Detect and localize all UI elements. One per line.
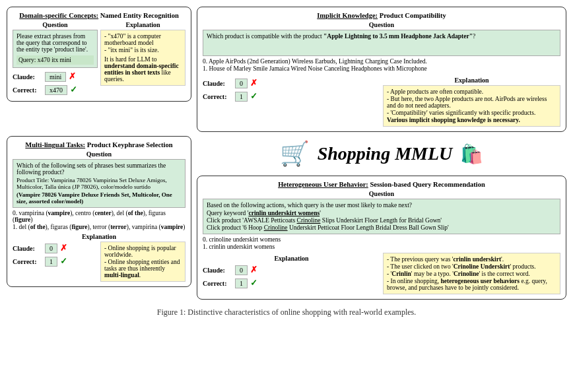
tr-exp-1: - But here, the two Apple products are n…: [387, 96, 556, 109]
br-action-0: Query keyword 'crinlin underskirt womens…: [207, 210, 556, 216]
tr-explanation-section: Explanation - Apple products are often c…: [383, 75, 560, 127]
br-exp-label: Explanation: [203, 255, 380, 262]
bl-product-bold: (Vampire 78026 Vampire Deluxe Friends Se…: [17, 191, 182, 205]
br-claude-label: Claude:: [203, 267, 232, 274]
explanation-section: Explanation - "x470" is a computer mothe…: [100, 21, 185, 96]
top-right-title: Implicit Knowledge: Product Compatibilit…: [203, 12, 560, 19]
claude-row: Claude: mini ✗: [13, 70, 98, 83]
br-exp-section: - The previous query was 'crinlin unders…: [383, 253, 560, 294]
bl-claude-label: Claude:: [13, 245, 42, 252]
bl-exp-label: Explanation: [13, 233, 185, 240]
br-exp-box: - The previous query was 'crinlin unders…: [383, 253, 560, 294]
tr-correct-value: 1: [235, 92, 248, 102]
bl-exp-0: - Online shopping is popular worldwide.: [104, 245, 182, 258]
middle-section: 🛒 Shopping MMLU 🛍️: [197, 136, 566, 172]
main-container: Domain-specific Concepts: Named Entity R…: [7, 7, 566, 317]
bottom-left-card: Multi-lingual Tasks: Product Keyphrase S…: [7, 136, 191, 287]
br-two-col: Explanation Claude: 0 ✗ Correct: 1 ✓: [203, 253, 560, 294]
bl-topic: Product Keyphrase Selection: [87, 141, 173, 148]
top-left-card: Domain-specific Concepts: Named Entity R…: [7, 7, 191, 102]
br-correct-label: Correct:: [203, 280, 232, 287]
br-exp-2: - 'Crinlin' may be a typo. 'Crinoline' i…: [387, 271, 556, 277]
br-claude-value: 0: [235, 265, 248, 275]
explanation-label: Explanation: [100, 21, 185, 28]
bl-product-title: Product Title: Vampirina 78026 Vampirina…: [17, 177, 182, 190]
bl-question-box: Which of the following sets of phrases b…: [13, 159, 185, 208]
br-options: 0. crinoline underskirt womens 1. crinli…: [203, 236, 560, 250]
bl-options: 0. vampirina (vampire), centro (center),…: [13, 210, 185, 230]
bl-option-0: 0. vampirina (vampire), centro (center),…: [13, 210, 185, 223]
question-text: Please extract phrases from the query th…: [17, 33, 94, 53]
br-topic: Session-based Query Recommendation: [370, 181, 485, 188]
result-rows-left: Claude: mini ✗ Correct: x470 ✓: [13, 70, 98, 96]
bl-exp-box: - Online shopping is popular worldwide. …: [100, 242, 185, 282]
explanation-box: - "x470" is a computer motherboard model…: [100, 30, 185, 86]
tr-claude-value: 0: [235, 79, 248, 88]
tr-question-box: Which product is compatible with the pro…: [203, 30, 560, 56]
tr-question-label: Question: [203, 21, 560, 28]
exp-line-hard: It is hard for LLM to understand domain-…: [104, 56, 182, 82]
bl-exp-section: - Online shopping is popular worldwide. …: [100, 242, 185, 282]
bottom-right-card: Heterogeneous User Behavior: Session-bas…: [197, 176, 566, 300]
bl-category: Multi-lingual Tasks:: [25, 141, 85, 148]
claude-value: mini: [45, 72, 66, 82]
bl-correct-value: 1: [45, 257, 57, 267]
tr-exp-0: - Apple products are often compatible.: [387, 88, 556, 95]
tr-exp-label: Explanation: [383, 77, 560, 84]
bl-claude-row: Claude: 0 ✗: [13, 242, 98, 255]
tr-option-0: 0. Apple AirPods (2nd Generation) Wirele…: [203, 58, 560, 65]
tr-claude-row: Claude: 0 ✗: [203, 77, 380, 90]
br-action-1: Click product 'AWSALE Petticoats Crinoli…: [207, 217, 556, 224]
correct-label: Correct:: [13, 86, 42, 94]
bl-result-section: Claude: 0 ✗ Correct: 1 ✓: [13, 242, 98, 282]
br-wrong-icon: ✗: [250, 265, 257, 275]
correct-row: Correct: x470 ✓: [13, 83, 98, 96]
tr-check-icon: ✓: [250, 91, 257, 102]
br-option-0: 0. crinoline underskirt womens: [203, 236, 560, 243]
bl-correct-row: Correct: 1 ✓: [13, 255, 98, 268]
question-label: Question: [13, 21, 98, 28]
top-row: Domain-specific Concepts: Named Entity R…: [7, 7, 566, 132]
br-result-section: Explanation Claude: 0 ✗ Correct: 1 ✓: [203, 253, 380, 294]
claude-label: Claude:: [13, 73, 42, 81]
top-left-two-col: Question Please extract phrases from the…: [13, 21, 185, 96]
tr-two-col: Claude: 0 ✗ Correct: 1 ✓ Explanation: [203, 75, 560, 127]
br-action-2: Click product '6 Hoop Crinoline Underski…: [207, 224, 556, 231]
tr-wrong-icon: ✗: [250, 78, 257, 88]
tr-result-rows: Claude: 0 ✗ Correct: 1 ✓: [203, 77, 380, 103]
bl-option-1: 1. del (of the), figuras (figure), terro…: [13, 224, 185, 230]
tr-option-1: 1. House of Marley Smile Jamaica Wired N…: [203, 65, 560, 72]
bags-icon: 🛍️: [460, 143, 483, 165]
br-exp-0: - The previous query was 'crinlin unders…: [387, 256, 556, 263]
top-right-topic: Product Compatibility: [380, 12, 446, 19]
bl-wrong-icon: ✗: [60, 243, 67, 253]
br-question-box: Based on the following actions, which qu…: [203, 199, 560, 234]
bl-check-icon: ✓: [60, 256, 67, 267]
tr-exp-box: - Apple products are often compatible. -…: [383, 85, 560, 127]
query-text: Query: x470 itx mini: [17, 55, 94, 65]
tr-result-section: Claude: 0 ✗ Correct: 1 ✓: [203, 75, 380, 127]
tr-claude-label: Claude:: [203, 80, 232, 87]
bl-title: Multi-lingual Tasks: Product Keyphrase S…: [13, 141, 185, 148]
tr-exp-3: Various implicit shopping knowledge is n…: [387, 117, 556, 123]
tr-exp-2: - 'Compatibility' varies significantly w…: [387, 110, 556, 116]
br-category: Heterogeneous User Behavior:: [278, 181, 368, 188]
br-question-label: Question: [203, 190, 560, 197]
correct-value: x470: [45, 85, 67, 95]
bl-claude-value: 0: [45, 244, 57, 253]
bl-correct-label: Correct:: [13, 258, 42, 265]
figure-caption: Figure 1: Distinctive characteristics of…: [7, 308, 566, 317]
tr-question-text: Which product is compatible with the pro…: [207, 33, 556, 40]
top-right-card: Implicit Knowledge: Product Compatibilit…: [197, 7, 566, 132]
br-correct-row: Correct: 1 ✓: [203, 277, 380, 290]
bl-question-label: Question: [13, 150, 185, 158]
top-right-category: Implicit Knowledge:: [317, 12, 378, 19]
br-exp-3: - In online shopping, heterogeneous user…: [387, 278, 556, 291]
bl-exp-1: - Online shopping entities and tasks are…: [104, 259, 182, 278]
top-left-category: Domain-specific Concepts:: [19, 12, 98, 19]
br-question-text: Based on the following actions, which qu…: [207, 202, 556, 209]
wrong-icon: ✗: [69, 71, 76, 82]
top-left-topic: Named Entity Recognition: [100, 12, 179, 19]
tr-options: 0. Apple AirPods (2nd Generation) Wirele…: [203, 58, 560, 72]
question-section: Question Please extract phrases from the…: [13, 21, 98, 96]
